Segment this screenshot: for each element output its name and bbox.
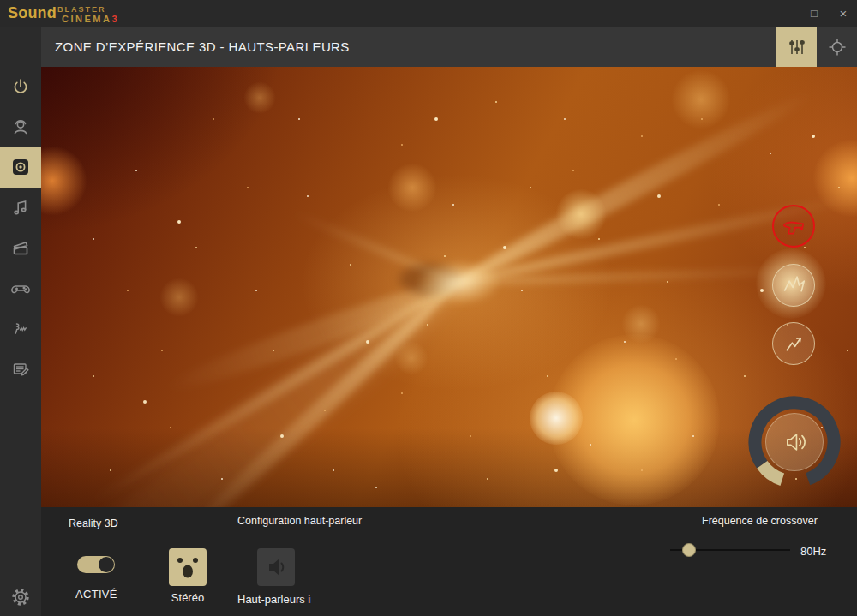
bokeh-glow <box>530 392 583 445</box>
sidebar-item-settings[interactable] <box>0 577 41 616</box>
burst-core-glow <box>418 261 500 304</box>
sidebar-item-custom-eq[interactable] <box>0 349 41 390</box>
sidebar <box>0 27 41 616</box>
sidebar-item-movie[interactable] <box>0 228 41 269</box>
minimize-button[interactable]: – <box>776 4 794 23</box>
toggle-knob <box>99 557 114 572</box>
equalizer-advanced-button[interactable] <box>776 27 817 67</box>
gear-icon <box>10 587 31 607</box>
crosshair-icon <box>828 38 847 57</box>
game-controller-icon <box>9 278 32 300</box>
crossover-value: 80Hz <box>800 545 826 558</box>
internal-speaker-icon <box>257 548 295 586</box>
bokeh-glow <box>621 304 661 344</box>
page-title: ZONE D’EXPÉRIENCE 3D - HAUTS-PARLEURS <box>55 27 350 67</box>
music-note-icon <box>10 197 31 218</box>
document-edit-icon <box>10 359 31 380</box>
demo-sound-lightning-button[interactable] <box>772 322 815 365</box>
sidebar-item-profile[interactable] <box>0 106 41 147</box>
bokeh-glow <box>41 146 87 216</box>
logo-word-cinema: CINEMA3 <box>62 14 119 24</box>
header-buttons <box>776 27 857 67</box>
internal-speakers-option-label: Haut-parleurs in <box>237 593 311 606</box>
bokeh-glow <box>394 341 428 375</box>
blaster-gun-icon <box>777 210 810 242</box>
maximize-button[interactable]: □ <box>806 4 823 23</box>
volume-knob-center <box>765 413 824 471</box>
demo-sound-explosion-button[interactable] <box>772 264 815 307</box>
internal-speakers-option-button[interactable] <box>257 548 295 586</box>
crossover-slider[interactable] <box>670 543 790 557</box>
light-ray <box>452 85 817 292</box>
reality3d-label: Reality 3D <box>69 517 118 529</box>
settings-panel: Reality 3D ACTIVÉ Configuration haut-par… <box>41 507 857 616</box>
movie-clapper-icon <box>10 238 31 259</box>
volume-knob[interactable] <box>747 395 842 489</box>
speaker-volume-icon <box>779 427 810 458</box>
bokeh-glow <box>159 278 199 317</box>
equalizer-sliders-icon <box>788 38 806 57</box>
logo-version-3: 3 <box>111 14 119 24</box>
stereo-speakers-icon <box>169 548 207 586</box>
crossover-slider-thumb[interactable] <box>682 543 696 557</box>
bokeh-glow <box>243 81 276 114</box>
speaker-config-label: Configuration haut-parleur <box>237 515 362 527</box>
logo-word-sound: Sound <box>8 4 57 22</box>
bokeh-glow <box>555 188 607 240</box>
sidebar-item-game[interactable] <box>0 268 41 309</box>
speaker-box-icon <box>9 156 32 178</box>
soundblaster-cinema3-window: Sound BLASTER CINEMA3 – □ × ZONE D’EXPÉR… <box>0 0 857 616</box>
stereo-option-label: Stéréo <box>169 591 207 604</box>
close-button[interactable]: × <box>835 4 852 23</box>
window-controls: – □ × <box>776 0 852 27</box>
lightning-bolt-icon <box>778 328 809 359</box>
crossover-label: Fréquence de crossover <box>702 515 818 527</box>
profile-person-icon <box>10 117 31 137</box>
sidebar-item-voice[interactable] <box>0 308 41 350</box>
header-bar: ZONE D’EXPÉRIENCE 3D - HAUTS-PARLEURS <box>41 27 857 67</box>
demo-sound-blaster-gun-button[interactable] <box>772 205 815 248</box>
bokeh-glow <box>671 69 731 129</box>
particle-sparkles <box>41 67 43 69</box>
3d-experience-visualizer <box>41 67 857 507</box>
stereo-option-button[interactable] <box>169 548 207 586</box>
explosion-burst-icon <box>778 270 809 301</box>
sidebar-item-power[interactable] <box>0 66 41 107</box>
bokeh-glow <box>387 163 437 212</box>
reality3d-toggle[interactable] <box>77 556 115 573</box>
voice-waveform-icon <box>10 319 31 339</box>
sidebar-item-music[interactable] <box>0 187 41 228</box>
logo-word-blaster: BLASTER <box>57 5 106 14</box>
sidebar-item-speakers[interactable] <box>0 147 41 188</box>
power-icon <box>10 76 31 97</box>
reality3d-status: ACTIVÉ <box>75 588 117 601</box>
test-target-button[interactable] <box>817 27 857 67</box>
titlebar: Sound BLASTER CINEMA3 – □ × <box>0 0 857 27</box>
